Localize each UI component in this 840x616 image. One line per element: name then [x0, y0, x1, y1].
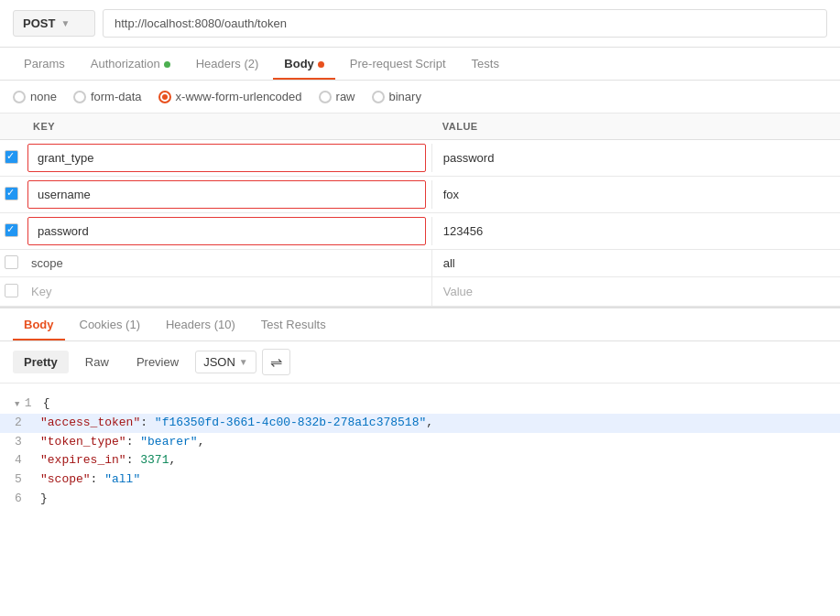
wrap-icon: ⇌ [270, 353, 282, 371]
row-checkbox-2[interactable] [5, 223, 18, 237]
row-checkbox-0[interactable] [5, 150, 18, 164]
radio-raw [319, 91, 332, 103]
format-label: JSON [203, 355, 235, 369]
key-value-3[interactable]: scope [22, 250, 431, 276]
json-line: 3 "token_type": "bearer", [15, 433, 825, 452]
line-number: 4 [15, 451, 29, 470]
raw-button[interactable]: Raw [74, 351, 120, 373]
table-row: grant_typepassword [0, 140, 840, 177]
row-checkbox-1[interactable] [5, 187, 18, 200]
body-type-label-form-data: form-data [91, 90, 142, 103]
radio-x-www-form-urlencoded [158, 91, 171, 103]
line-number: 1 [15, 394, 32, 414]
tab-prerequest[interactable]: Pre-request Script [339, 48, 457, 80]
value-cell-3: all [431, 250, 840, 277]
tab-body[interactable]: Body [273, 48, 335, 80]
line-number: 6 [15, 490, 29, 509]
body-type-row: noneform-datax-www-form-urlencodedrawbin… [0, 81, 840, 113]
row-checkbox-3[interactable] [5, 255, 18, 269]
row-checkbox-4[interactable] [5, 284, 18, 297]
resp-tab-headers[interactable]: Headers (10) [155, 308, 246, 340]
value-cell-4: Value [431, 277, 840, 307]
authorization-dot [164, 61, 170, 68]
line-content: "expires_in": 3371, [40, 451, 176, 470]
url-input[interactable] [103, 9, 827, 38]
tab-params[interactable]: Params [13, 48, 76, 80]
key-cell-0: grant_type [22, 140, 431, 177]
body-type-x-www-form-urlencoded[interactable]: x-www-form-urlencoded [158, 90, 302, 103]
line-content: "token_type": "bearer", [40, 433, 204, 452]
format-chevron-icon: ▼ [239, 357, 248, 367]
body-dot [318, 61, 324, 68]
method-select[interactable]: POST ▼ [13, 10, 95, 37]
resp-tab-body[interactable]: Body [13, 308, 65, 340]
json-output: 1{2 "access_token": "f16350fd-3661-4c00-… [0, 384, 840, 520]
key-value-1[interactable]: username [28, 181, 425, 208]
key-cell-4: Key [22, 277, 431, 307]
value-text-4[interactable]: Value [431, 277, 484, 306]
table-row: usernamefox [0, 177, 840, 213]
body-type-label-binary: binary [389, 90, 421, 103]
tab-tests[interactable]: Tests [461, 48, 510, 80]
url-bar: POST ▼ [0, 0, 840, 48]
body-type-none[interactable]: none [13, 90, 57, 103]
format-select[interactable]: JSON ▼ [195, 351, 256, 373]
value-text-3[interactable]: all [431, 249, 466, 277]
chevron-down-icon: ▼ [60, 18, 70, 28]
body-type-label-x-www-form-urlencoded: x-www-form-urlencoded [176, 90, 302, 103]
radio-form-data [73, 91, 86, 103]
body-type-raw[interactable]: raw [319, 90, 355, 103]
value-text-0[interactable]: password [431, 144, 506, 172]
line-number: 2 [15, 414, 29, 433]
value-text-2[interactable]: 123456 [431, 217, 494, 245]
value-cell-1: fox [431, 177, 840, 213]
line-number: 3 [15, 433, 29, 452]
pretty-button[interactable]: Pretty [13, 351, 69, 373]
line-content: "scope": "all" [40, 470, 140, 490]
value-cell-2: 123456 [431, 213, 840, 250]
key-value-4[interactable]: Key [22, 277, 431, 306]
body-type-label-none: none [30, 90, 57, 103]
value-text-1[interactable]: fox [431, 180, 470, 209]
value-cell-0: password [431, 140, 840, 177]
json-line: 6} [15, 490, 825, 509]
body-type-binary[interactable]: binary [372, 90, 421, 103]
json-line: 2 "access_token": "f16350fd-3661-4c00-83… [0, 414, 840, 433]
radio-binary [372, 91, 385, 103]
line-number: 5 [15, 470, 29, 490]
response-tabs: BodyCookies (1)Headers (10)Test Results [0, 308, 840, 341]
resp-tab-cookies[interactable]: Cookies (1) [69, 308, 151, 340]
request-tabs: ParamsAuthorizationHeaders (2)BodyPre-re… [0, 48, 840, 81]
wrap-button[interactable]: ⇌ [262, 349, 290, 375]
method-label: POST [23, 16, 55, 30]
key-cell-2: password [22, 213, 431, 250]
response-section: BodyCookies (1)Headers (10)Test Results … [0, 307, 840, 520]
key-cell-1: username [22, 177, 431, 213]
tab-headers[interactable]: Headers (2) [185, 48, 270, 80]
body-type-form-data[interactable]: form-data [73, 90, 142, 103]
table-row: KeyValue [0, 277, 840, 307]
params-table: KEY VALUE grant_typepasswordusernamefoxp… [0, 113, 840, 307]
checkbox-header [0, 113, 22, 140]
json-line: 5 "scope": "all" [15, 470, 825, 490]
line-content: { [43, 394, 50, 414]
body-type-label-raw: raw [336, 90, 355, 103]
value-column-header: VALUE [431, 113, 840, 140]
line-content: } [40, 490, 48, 509]
key-value-2[interactable]: password [28, 218, 425, 244]
radio-none [13, 91, 26, 103]
key-column-header: KEY [22, 113, 431, 140]
app-container: POST ▼ ParamsAuthorizationHeaders (2)Bod… [0, 0, 840, 616]
tab-authorization[interactable]: Authorization [80, 48, 181, 80]
json-line: 4 "expires_in": 3371, [15, 451, 825, 470]
table-row: password123456 [0, 213, 840, 250]
preview-button[interactable]: Preview [125, 351, 190, 373]
table-row: scopeall [0, 250, 840, 277]
line-content: "access_token": "f16350fd-3661-4c00-832b… [40, 414, 433, 433]
response-toolbar: Pretty Raw Preview JSON ▼ ⇌ [0, 341, 840, 384]
resp-tab-test-results[interactable]: Test Results [250, 308, 337, 340]
json-line: 1{ [15, 394, 825, 414]
key-value-0[interactable]: grant_type [28, 145, 425, 171]
key-cell-3: scope [22, 250, 431, 277]
